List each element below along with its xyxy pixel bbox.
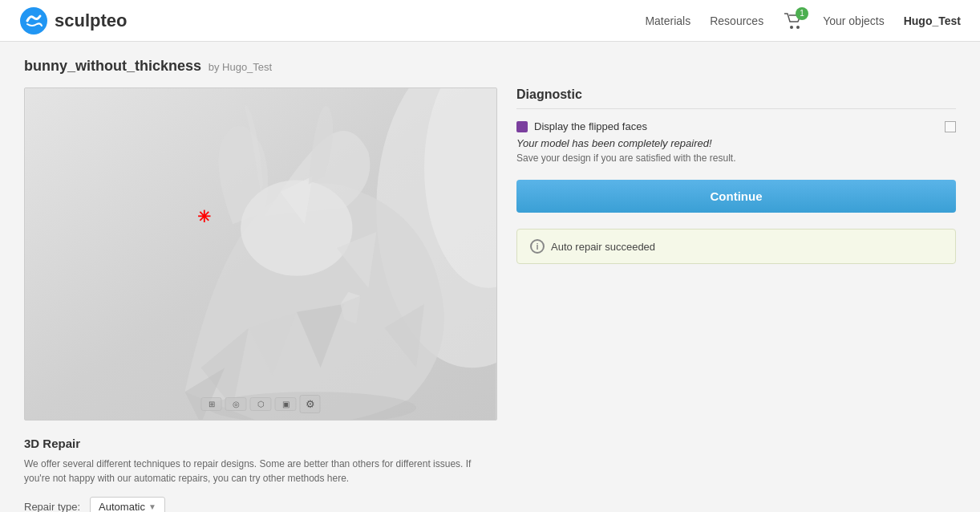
color-swatch — [516, 121, 528, 132]
flipped-faces-label: Display the flipped faces — [534, 120, 647, 132]
auto-repair-text: Auto repair succeeded — [551, 241, 655, 253]
viewer-btn-4[interactable]: ▣ — [275, 397, 297, 411]
repair-type-select[interactable]: Automatic ▼ — [90, 497, 165, 512]
logo-text: sculpteo — [55, 10, 127, 31]
flipped-faces-checkbox[interactable] — [945, 121, 956, 132]
repair-type-value: Automatic — [99, 501, 145, 512]
by-label: by Hugo_Test — [205, 61, 272, 73]
diagnostic-panel: Diagnostic Display the flipped faces You… — [516, 87, 956, 264]
chevron-down-icon: ▼ — [148, 502, 156, 511]
viewer-settings-btn[interactable]: ⚙ — [300, 395, 321, 413]
header: sculpteo Materials Resources 1 Your obje… — [0, 0, 980, 42]
content-layout: ✳ ⊞ ◎ ⬡ ▣ ⚙ Diagnostic Display the flipp… — [24, 87, 956, 421]
nav-your-objects[interactable]: Your objects — [823, 14, 885, 27]
viewer-btn-1[interactable]: ⊞ — [201, 397, 222, 411]
viewer-inner: ✳ ⊞ ◎ ⬡ ▣ ⚙ — [25, 88, 496, 420]
viewer-svg — [25, 88, 496, 420]
svg-point-2 — [796, 26, 800, 29]
section-title: 3D Repair — [24, 437, 956, 450]
repair-type-label: Repair type: — [24, 501, 80, 512]
nav-materials[interactable]: Materials — [645, 14, 690, 27]
cart-button[interactable]: 1 — [783, 12, 804, 30]
repair-success-message: Your model has been completely repaired! — [516, 137, 956, 149]
viewer-btn-2[interactable]: ◎ — [225, 397, 247, 411]
3d-viewer[interactable]: ✳ ⊞ ◎ ⬡ ▣ ⚙ — [24, 87, 497, 421]
page-title-area: bunny_without_thickness by Hugo_Test — [24, 58, 956, 75]
save-hint: Save your design if you are satisfied wi… — [516, 152, 956, 164]
info-icon: i — [530, 239, 545, 254]
cursor-asterisk: ✳ — [197, 209, 211, 225]
nav-resources[interactable]: Resources — [710, 14, 763, 27]
viewer-toolbar: ⊞ ◎ ⬡ ▣ ⚙ — [201, 395, 321, 413]
auto-repair-banner: i Auto repair succeeded — [516, 229, 956, 264]
user-menu[interactable]: Hugo_Test — [904, 14, 961, 27]
main-nav: Materials Resources 1 Your objects Hugo_… — [645, 12, 961, 30]
repair-type-row: Repair type: Automatic ▼ — [24, 497, 956, 512]
svg-point-1 — [790, 26, 793, 29]
logo[interactable]: sculpteo — [19, 6, 127, 35]
flipped-faces-row: Display the flipped faces — [516, 120, 956, 132]
diagnostic-title: Diagnostic — [516, 87, 956, 109]
svg-point-0 — [20, 7, 47, 35]
viewer-btn-3[interactable]: ⬡ — [250, 397, 272, 411]
cart-badge: 1 — [796, 7, 808, 20]
logo-icon — [19, 6, 48, 35]
viewer-wrapper: ✳ ⊞ ◎ ⬡ ▣ ⚙ — [24, 87, 497, 421]
main-content: bunny_without_thickness by Hugo_Test — [0, 42, 980, 512]
section-description: We offer several different techniques to… — [24, 457, 489, 486]
bottom-section: 3D Repair We offer several different tec… — [24, 437, 956, 512]
model-name: bunny_without_thickness — [24, 58, 201, 74]
continue-button[interactable]: Continue — [516, 180, 956, 213]
